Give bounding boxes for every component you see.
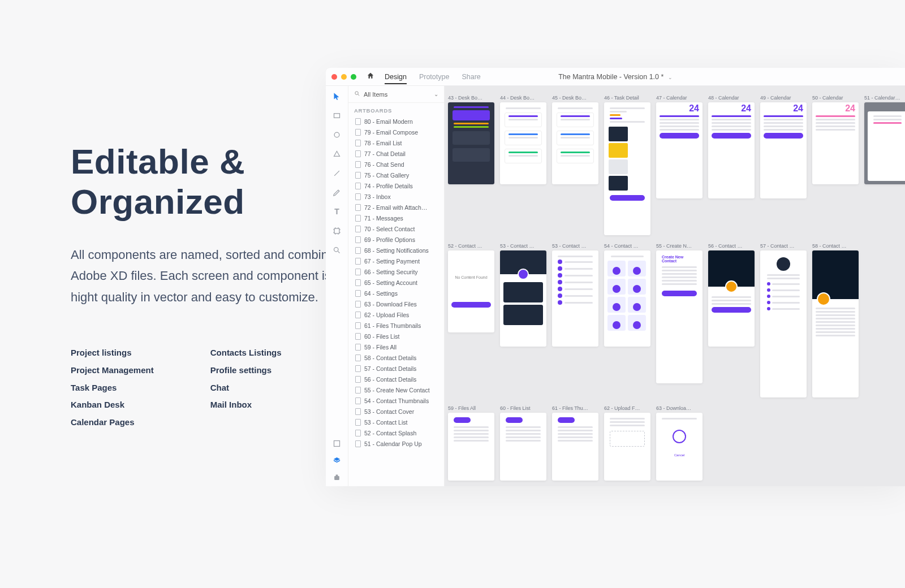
panel-search[interactable]: All Items ⌄	[348, 86, 444, 103]
zoom-tool-icon[interactable]	[333, 245, 342, 254]
tab-design[interactable]: Design	[385, 73, 407, 84]
artboard-row[interactable]: 64 - Settings	[353, 288, 442, 299]
assets-panel-icon[interactable]	[333, 439, 342, 448]
artboard-thumbnail[interactable]: 59 - Files All	[448, 405, 494, 481]
artboard-row[interactable]: 80 - Email Modern	[353, 116, 442, 127]
artboard-thumbnail[interactable]: 61 - Files Thu…	[552, 405, 598, 481]
artboard-thumbnail[interactable]: 62 - Upload F…	[604, 405, 650, 481]
artboard-row[interactable]: 58 - Contact Details	[353, 352, 442, 363]
artboard-thumbnail[interactable]: 47 - Calendar24	[656, 95, 703, 235]
artboard-row[interactable]: 68 - Setting Notifications	[353, 245, 442, 256]
artboard-row[interactable]: 78 - Email List	[353, 137, 442, 148]
artboard-row[interactable]: 71 - Messages	[353, 213, 442, 223]
text-tool-icon[interactable]: T	[333, 207, 342, 216]
artboard-row[interactable]: 72 - Email with Attach…	[353, 202, 442, 213]
artboard-thumbnail-label: 49 - Calendar	[760, 95, 807, 101]
artboard-thumbnail[interactable]: 53 - Contact …	[552, 243, 598, 397]
artboard-label: 67 - Setting Payment	[364, 258, 420, 265]
artboard-row[interactable]: 53 - Contact List	[353, 417, 442, 427]
minimize-icon[interactable]	[341, 74, 347, 80]
artboard-preview	[552, 413, 598, 481]
artboard-tool-icon[interactable]	[333, 226, 342, 235]
document-title-text: The Mantra Mobile - Version 1.0 *	[558, 73, 663, 81]
tab-share[interactable]: Share	[462, 73, 480, 84]
artboard-row[interactable]: 73 - Inbox	[353, 191, 442, 202]
artboard-row[interactable]: 51 - Calendar Pop Up	[353, 438, 442, 449]
artboard-thumbnail[interactable]: 55 - Create N…Create New Contact	[656, 243, 703, 397]
artboard-row[interactable]: 75 - Chat Gallery	[353, 170, 442, 180]
artboard-row[interactable]: 76 - Chat Send	[353, 159, 442, 170]
artboard-thumbnail[interactable]: 57 - Contact …	[760, 243, 807, 397]
artboard-thumbnail[interactable]: 51 - Calendar…	[864, 95, 905, 235]
artboard-thumbnail[interactable]: 63 - Downloa…Cancel	[656, 405, 703, 481]
polygon-tool-icon[interactable]	[333, 149, 342, 158]
artboard-thumbnail[interactable]: 43 - Desk Bo…	[448, 95, 494, 235]
artboard-row[interactable]: 52 - Contact Splash	[353, 427, 442, 438]
chevron-down-icon[interactable]: ⌄	[668, 75, 673, 80]
pen-tool-icon[interactable]	[333, 188, 342, 197]
tab-prototype[interactable]: Prototype	[419, 73, 450, 84]
artboard-row[interactable]: 55 - Create New Contact	[353, 384, 442, 395]
artboard-icon	[355, 215, 361, 222]
select-tool-icon[interactable]	[333, 92, 342, 101]
artboard-row[interactable]: 56 - Contact Details	[353, 374, 442, 384]
artboard-row[interactable]: 60 - Files List	[353, 331, 442, 341]
artboard-thumbnail-label: 46 - Task Detail	[604, 95, 650, 101]
artboard-row[interactable]: 77 - Chat Detail	[353, 148, 442, 159]
artboard-thumbnail[interactable]: 46 - Task Detail	[604, 95, 650, 235]
artboard-row[interactable]: 63 - Download Files	[353, 299, 442, 309]
layers-panel-icon[interactable]	[333, 456, 342, 465]
artboard-row[interactable]: 62 - Upload Files	[353, 309, 442, 320]
artboard-label: 61 - Files Thumbnails	[364, 322, 421, 329]
artboard-thumbnail[interactable]: 56 - Contact …	[708, 243, 755, 397]
artboard-preview: 24	[656, 102, 703, 198]
artboard-row[interactable]: 74 - Profile Details	[353, 180, 442, 191]
artboard-row[interactable]: 61 - Files Thumbnails	[353, 320, 442, 331]
canvas-row-1: 43 - Desk Bo…44 - Desk Bo…45 - Desk Bo…4…	[448, 95, 905, 235]
line-tool-icon[interactable]	[333, 168, 342, 178]
artboard-label: 77 - Chat Detail	[364, 150, 406, 157]
artboard-row[interactable]: 59 - Files All	[353, 341, 442, 352]
artboard-row[interactable]: 70 - Select Contact	[353, 223, 442, 234]
artboard-thumbnail[interactable]: 54 - Contact …	[604, 243, 650, 397]
artboard-preview	[604, 250, 650, 347]
artboard-thumbnail-label: 61 - Files Thu…	[552, 405, 598, 411]
artboard-thumbnail[interactable]: 58 - Contact …	[812, 243, 859, 397]
artboard-row[interactable]: 69 - Profile Options	[353, 234, 442, 245]
xd-canvas[interactable]: 43 - Desk Bo…44 - Desk Bo…45 - Desk Bo…4…	[445, 86, 905, 486]
artboard-thumbnail[interactable]: 49 - Calendar24	[760, 95, 807, 235]
artboard-thumbnail[interactable]: 45 - Desk Bo…	[552, 95, 598, 235]
artboard-thumbnail[interactable]: 60 - Files List	[500, 405, 546, 481]
rectangle-tool-icon[interactable]	[333, 111, 342, 120]
artboard-row[interactable]: 67 - Setting Payment	[353, 256, 442, 266]
ellipse-tool-icon[interactable]	[333, 130, 342, 139]
artboard-thumbnail[interactable]: 50 - Calendar24	[812, 95, 859, 235]
artboard-label: 64 - Settings	[364, 290, 398, 297]
feature-item: Project Management	[71, 362, 154, 379]
feature-col-a: Project listingsProject ManagementTask P…	[71, 344, 154, 431]
artboard-thumbnail[interactable]: 53 - Contact …	[500, 243, 546, 397]
artboard-row[interactable]: 79 - Email Compose	[353, 127, 442, 137]
xd-window: Design Prototype Share The Mantra Mobile…	[326, 68, 905, 486]
maximize-icon[interactable]	[351, 74, 356, 80]
artboard-row[interactable]: 66 - Setting Security	[353, 266, 442, 277]
artboard-thumbnail[interactable]: 44 - Desk Bo…	[500, 95, 546, 235]
artboard-thumbnail-label: 43 - Desk Bo…	[448, 95, 494, 101]
chevron-down-icon[interactable]: ⌄	[434, 91, 438, 97]
artboard-row[interactable]: 54 - Contact Thumbnails	[353, 395, 442, 406]
artboard-thumbnail[interactable]: 48 - Calendar24	[708, 95, 755, 235]
artboard-row[interactable]: 65 - Setting Account	[353, 277, 442, 288]
feature-item: Calendar Pages	[71, 414, 154, 431]
artboard-thumbnail[interactable]: 52 - Contact …No Content Found	[448, 243, 494, 397]
feature-item: Kanban Desk	[71, 396, 154, 414]
home-icon[interactable]	[367, 72, 374, 81]
close-icon[interactable]	[331, 74, 337, 80]
artboard-preview	[760, 250, 807, 397]
plugins-panel-icon[interactable]	[333, 473, 342, 482]
artboard-icon	[355, 365, 361, 372]
artboard-icon	[355, 226, 361, 232]
artboard-row[interactable]: 57 - Contact Details	[353, 363, 442, 374]
artboard-icon	[355, 183, 361, 189]
feature-item: Contacts Listings	[210, 344, 282, 362]
artboard-row[interactable]: 53 - Contact Cover	[353, 406, 442, 417]
